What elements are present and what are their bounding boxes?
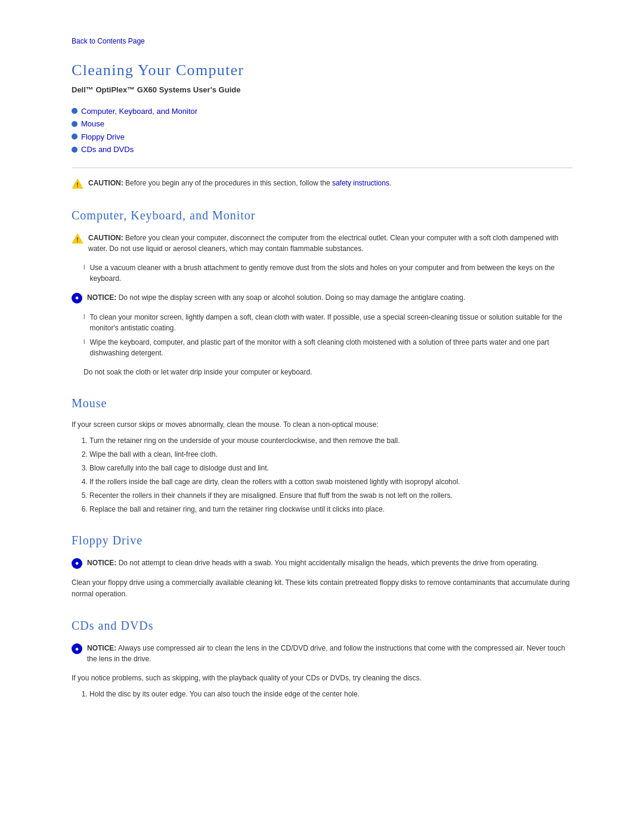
mouse-step-6: Replace the ball and retainer ring, and … bbox=[89, 504, 572, 515]
ckm-bullet2: l To clean your monitor screen, lightly … bbox=[83, 312, 572, 333]
section-title-mouse: Mouse bbox=[72, 394, 572, 412]
ckm-bullet3: l Wipe the keyboard, computer, and plast… bbox=[83, 337, 572, 358]
ckm-notice-box: ● NOTICE: Do not wipe the display screen… bbox=[72, 292, 572, 304]
table-of-contents: Computer, Keyboard, and Monitor Mouse Fl… bbox=[72, 106, 572, 156]
section-title-floppy: Floppy Drive bbox=[72, 531, 572, 549]
cds-step-1: Hold the disc by its outer edge. You can… bbox=[89, 689, 572, 699]
mouse-step-3: Blow carefully into the ball cage to dis… bbox=[89, 463, 572, 473]
toc-bullet-floppy bbox=[72, 134, 78, 140]
toc-link-ckm[interactable]: Computer, Keyboard, and Monitor bbox=[81, 106, 197, 117]
toc-item-floppy: Floppy Drive bbox=[72, 131, 572, 143]
mouse-step-4: If the rollers inside the ball cage are … bbox=[89, 476, 572, 487]
notice-icon-floppy: ● bbox=[72, 558, 82, 569]
ckm-notice-text: NOTICE: Do not wipe the display screen w… bbox=[87, 292, 465, 303]
floppy-notice-text: NOTICE: Do not attempt to clean drive he… bbox=[87, 558, 538, 568]
ckm-caution-box: ! CAUTION: Before you clean your compute… bbox=[72, 233, 572, 254]
mouse-step-1: Turn the retainer ring on the underside … bbox=[89, 435, 572, 446]
svg-text:!: ! bbox=[76, 236, 78, 243]
toc-bullet-mouse bbox=[72, 121, 78, 127]
ckm-note: Do not soak the cloth or let water drip … bbox=[83, 367, 572, 377]
subtitle: Dell™ OptiPlex™ GX60 Systems User's Guid… bbox=[72, 84, 572, 96]
toc-link-mouse[interactable]: Mouse bbox=[81, 118, 104, 130]
toc-link-floppy[interactable]: Floppy Drive bbox=[81, 131, 125, 143]
toc-link-cds[interactable]: CDs and DVDs bbox=[81, 144, 134, 156]
cds-steps-list: Hold the disc by its outer edge. You can… bbox=[89, 689, 572, 699]
top-divider bbox=[72, 168, 572, 168]
floppy-notice-box: ● NOTICE: Do not attempt to clean drive … bbox=[72, 558, 572, 569]
section-title-ckm: Computer, Keyboard, and Monitor bbox=[72, 206, 572, 224]
cds-notice-text: NOTICE: Always use compressed air to cle… bbox=[87, 643, 572, 664]
cds-intro: If you notice problems, such as skipping… bbox=[72, 673, 572, 684]
ckm-bullet1: l Use a vacuum cleaner with a brush atta… bbox=[83, 262, 572, 284]
top-caution-text: CAUTION: Before you begin any of the pro… bbox=[88, 178, 391, 188]
top-caution-box: ! CAUTION: Before you begin any of the p… bbox=[72, 178, 572, 190]
mouse-step-5: Recenter the rollers in their channels i… bbox=[89, 490, 572, 501]
toc-bullet-cds bbox=[72, 147, 78, 153]
bullet-dash-3: l bbox=[83, 337, 85, 347]
toc-bullet-ckm bbox=[72, 108, 78, 114]
mouse-intro: If your screen cursor skips or moves abn… bbox=[72, 419, 572, 431]
toc-item-cds: CDs and DVDs bbox=[72, 144, 572, 156]
safety-instructions-link[interactable]: safety instructions bbox=[332, 179, 389, 187]
mouse-step-2: Wipe the ball with a clean, lint-free cl… bbox=[89, 449, 572, 460]
caution-icon-top: ! bbox=[72, 178, 83, 190]
cds-notice-box: ● NOTICE: Always use compressed air to c… bbox=[72, 643, 572, 664]
toc-item-mouse: Mouse bbox=[72, 118, 572, 130]
bullet-dash-2: l bbox=[83, 312, 85, 322]
ckm-caution-text: CAUTION: Before you clean your computer,… bbox=[88, 233, 572, 254]
notice-icon-ckm: ● bbox=[72, 293, 82, 304]
bullet-dash-1: l bbox=[83, 262, 85, 272]
back-to-contents-link[interactable]: Back to Contents Page bbox=[72, 36, 572, 47]
toc-item-ckm: Computer, Keyboard, and Monitor bbox=[72, 106, 572, 117]
caution-icon-ckm: ! bbox=[72, 233, 83, 244]
floppy-text: Clean your floppy drive using a commerci… bbox=[72, 577, 572, 600]
page-title: Cleaning Your Computer bbox=[72, 58, 572, 82]
svg-text:!: ! bbox=[76, 181, 78, 188]
section-title-cds: CDs and DVDs bbox=[72, 617, 572, 634]
mouse-steps-list: Turn the retainer ring on the underside … bbox=[89, 435, 572, 515]
notice-icon-cds: ● bbox=[72, 643, 82, 654]
